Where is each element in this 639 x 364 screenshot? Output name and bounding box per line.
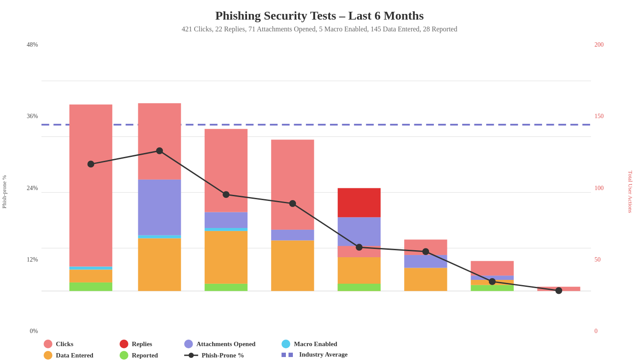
y-tick-0-right: 0 — [594, 328, 598, 334]
y-axis-right: 200 150 100 50 0 Total User Actions — [591, 42, 622, 334]
svg-rect-12 — [138, 180, 181, 235]
svg-rect-33 — [471, 261, 514, 276]
svg-rect-18 — [205, 129, 247, 212]
svg-rect-19 — [271, 240, 314, 291]
replies-label: Replies — [132, 340, 152, 348]
bar-group-5 — [338, 188, 381, 291]
reported-dot — [120, 351, 128, 360]
y-axis-left: Phish-prone % 48% 36% 24% 12% 0% — [17, 42, 41, 334]
svg-rect-26 — [338, 284, 381, 291]
legend-col-1: Clicks Data Entered — [44, 340, 93, 360]
y-tick-0: 0% — [30, 328, 38, 334]
svg-rect-14 — [205, 284, 247, 291]
y-tick-36: 36% — [27, 113, 38, 119]
svg-rect-13 — [138, 103, 181, 180]
attachments-label: Attachments Opened — [196, 340, 255, 348]
bar-group-6 — [404, 240, 447, 291]
svg-point-42 — [556, 288, 562, 294]
svg-rect-21 — [271, 139, 314, 230]
svg-rect-11 — [138, 235, 181, 238]
legend-col-2: Replies Reported — [120, 340, 158, 360]
replies-dot — [120, 340, 128, 348]
y-tick-100: 100 — [594, 185, 604, 191]
clicks-label: Clicks — [56, 340, 73, 348]
svg-rect-6 — [69, 282, 112, 291]
svg-rect-10 — [138, 238, 181, 291]
chart-title: Phishing Security Tests – Last 6 Months — [215, 9, 424, 23]
bar-group-2 — [138, 103, 181, 291]
svg-point-38 — [290, 201, 296, 207]
svg-rect-17 — [205, 212, 247, 228]
svg-rect-9 — [69, 105, 112, 267]
svg-point-35 — [88, 161, 94, 167]
y-tick-48: 48% — [27, 42, 38, 48]
y-tick-24: 24% — [27, 185, 38, 191]
clicks-dot — [44, 340, 52, 348]
svg-rect-16 — [205, 228, 247, 231]
svg-point-39 — [356, 244, 362, 250]
legend-phish-prone: Phish-Prone % — [184, 351, 255, 360]
svg-rect-8 — [69, 266, 112, 269]
data-entered-dot — [44, 351, 52, 360]
chart-subtitle: 421 Clicks, 22 Replies, 71 Attachments O… — [182, 25, 457, 33]
phish-prone-label: Phish-Prone % — [202, 352, 244, 359]
svg-point-40 — [423, 248, 429, 255]
legend-clicks: Clicks — [44, 340, 93, 348]
svg-point-36 — [157, 148, 163, 154]
legend-reported: Reported — [120, 351, 158, 360]
legend-col-3: Attachments Opened Phish-Prone % — [184, 340, 255, 360]
svg-rect-7 — [69, 269, 112, 282]
macro-label: Macro Enabled — [294, 340, 337, 348]
industry-avg-dash — [282, 353, 295, 357]
bar-group-7 — [471, 261, 514, 291]
svg-rect-27 — [404, 268, 447, 291]
legend-attachments: Attachments Opened — [184, 340, 255, 348]
legend-col-4: Macro Enabled Industry Average — [282, 340, 347, 358]
legend-data-entered: Data Entered — [44, 351, 93, 360]
svg-rect-30 — [471, 285, 514, 291]
y-tick-200: 200 — [594, 42, 604, 48]
bar-group-4 — [271, 139, 314, 291]
legend-industry-avg: Industry Average — [282, 351, 347, 358]
macro-dot — [282, 340, 290, 348]
bar-group-3 — [205, 129, 247, 291]
y-tick-150: 150 — [594, 113, 604, 119]
svg-rect-15 — [205, 231, 247, 284]
legend-replies: Replies — [120, 340, 158, 348]
svg-rect-28 — [404, 255, 447, 268]
reported-label: Reported — [132, 352, 158, 359]
svg-point-44 — [189, 353, 194, 358]
legend-area: Clicks Data Entered Replies Reported Att… — [17, 334, 622, 360]
svg-rect-24 — [338, 188, 381, 218]
svg-point-41 — [489, 279, 495, 285]
svg-rect-20 — [271, 230, 314, 241]
y-tick-50: 50 — [594, 257, 601, 263]
y-axis-left-label: Phish-prone % — [1, 175, 8, 208]
attachments-dot — [184, 340, 193, 348]
phish-prone-icon — [184, 351, 198, 360]
bar-group-1 — [69, 105, 112, 291]
industry-avg-label: Industry Average — [299, 351, 347, 358]
y-axis-right-label: Total User Actions — [627, 170, 634, 213]
data-entered-label: Data Entered — [56, 352, 93, 359]
chart-main — [41, 42, 591, 334]
svg-point-37 — [223, 191, 229, 197]
legend-macro: Macro Enabled — [282, 340, 347, 348]
y-tick-12: 12% — [27, 257, 38, 263]
